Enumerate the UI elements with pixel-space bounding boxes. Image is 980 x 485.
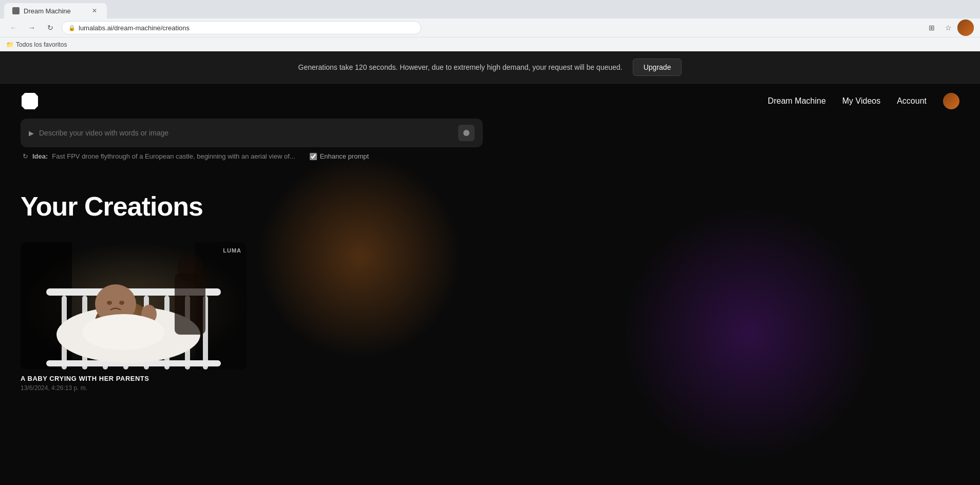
url-text: lumalabs.ai/dream-machine/creations bbox=[79, 24, 190, 32]
tab-favicon-icon bbox=[12, 7, 20, 14]
bookmark-button[interactable]: ☆ bbox=[941, 21, 955, 35]
top-banner: Generations take 120 seconds. However, d… bbox=[0, 51, 980, 84]
idea-text: Fast FPV drone flythrough of a European … bbox=[52, 152, 295, 160]
app-wrapper: Generations take 120 seconds. However, d… bbox=[0, 51, 980, 485]
translate-button[interactable]: ⊞ bbox=[925, 21, 939, 35]
account-nav-link[interactable]: Account bbox=[897, 96, 927, 106]
luma-watermark: LUMA bbox=[223, 247, 241, 254]
svg-point-0 bbox=[463, 130, 469, 136]
enhance-prompt-wrapper: Enhance prompt bbox=[310, 152, 369, 160]
nav-avatar-image bbox=[943, 93, 959, 109]
banner-text: Generations take 120 seconds. However, d… bbox=[298, 63, 623, 71]
tab-title: Dream Machine bbox=[24, 7, 71, 15]
address-icon: 🔒 bbox=[68, 25, 76, 31]
creations-grid: LUMA A BABY CRYING WITH HER PARENTS 13/6… bbox=[21, 242, 959, 392]
svg-point-17 bbox=[107, 301, 112, 305]
svg-point-18 bbox=[119, 301, 124, 305]
address-bar[interactable]: 🔒 lumalabs.ai/dream-machine/creations bbox=[62, 21, 421, 34]
avatar-image bbox=[957, 20, 974, 36]
svg-point-20 bbox=[82, 314, 164, 350]
logo[interactable] bbox=[21, 92, 39, 110]
idea-row: ↻ Idea: Fast FPV drone flythrough of a E… bbox=[21, 152, 959, 160]
creation-card[interactable]: LUMA A BABY CRYING WITH HER PARENTS 13/6… bbox=[21, 242, 248, 392]
idea-label: Idea: bbox=[32, 152, 48, 160]
svg-point-22 bbox=[177, 254, 203, 282]
enhance-label: Enhance prompt bbox=[320, 152, 369, 160]
favorites-folder-icon: 📁 bbox=[6, 41, 14, 48]
back-button[interactable]: ← bbox=[6, 21, 21, 35]
creation-thumbnail: LUMA bbox=[21, 242, 247, 370]
profile-button[interactable] bbox=[957, 20, 974, 36]
browser-actions: ⊞ ☆ bbox=[925, 20, 974, 36]
nav-avatar[interactable] bbox=[943, 93, 959, 109]
dream-machine-nav-link[interactable]: Dream Machine bbox=[768, 96, 826, 106]
prompt-input[interactable] bbox=[39, 129, 453, 137]
idea-refresh-icon[interactable]: ↻ bbox=[23, 152, 28, 160]
main-content: Your Creations bbox=[0, 170, 980, 412]
navigation-bar: Dream Machine My Videos Account bbox=[0, 84, 980, 119]
creation-title: A BABY CRYING WITH HER PARENTS bbox=[21, 375, 248, 382]
favorites-bar: 📁 Todos los favoritos bbox=[0, 37, 980, 51]
send-icon bbox=[462, 129, 470, 137]
enhance-checkbox[interactable] bbox=[310, 153, 317, 160]
browser-tabs: Dream Machine ✕ bbox=[0, 0, 980, 18]
logo-shape-icon bbox=[22, 93, 38, 109]
prompt-input-wrapper: ▶ bbox=[21, 119, 483, 147]
prompt-mode-label: ▶ bbox=[29, 129, 34, 137]
baby-thumbnail-image bbox=[21, 242, 247, 370]
nav-links: Dream Machine My Videos Account bbox=[768, 93, 959, 109]
page-title: Your Creations bbox=[21, 191, 959, 222]
browser-toolbar: ← → ↻ 🔒 lumalabs.ai/dream-machine/creati… bbox=[0, 18, 980, 37]
tab-close-button[interactable]: ✕ bbox=[90, 7, 99, 15]
browser-tab[interactable]: Dream Machine ✕ bbox=[4, 3, 107, 18]
favorites-label: Todos los favoritos bbox=[16, 41, 67, 48]
upgrade-button[interactable]: Upgrade bbox=[633, 59, 682, 76]
prompt-area: ▶ ↻ Idea: Fast FPV drone flythrough of a… bbox=[0, 119, 980, 170]
forward-button[interactable]: → bbox=[25, 21, 39, 35]
reload-button[interactable]: ↻ bbox=[43, 21, 58, 35]
creation-date: 13/6/2024, 4:26:13 p. m. bbox=[21, 384, 248, 392]
prompt-send-button[interactable] bbox=[458, 125, 475, 141]
browser-chrome: Dream Machine ✕ ← → ↻ 🔒 lumalabs.ai/drea… bbox=[0, 0, 980, 37]
my-videos-nav-link[interactable]: My Videos bbox=[842, 96, 880, 106]
idea-label-text: Idea: bbox=[32, 152, 48, 160]
